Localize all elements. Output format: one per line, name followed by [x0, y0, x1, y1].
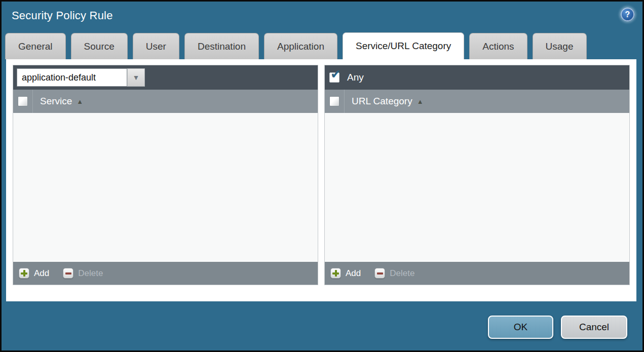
- any-label: Any: [347, 72, 364, 83]
- security-policy-rule-dialog: Security Policy Rule ? General Source Us…: [0, 0, 644, 352]
- plus-icon: [19, 268, 29, 279]
- plus-icon: [330, 268, 341, 279]
- url-category-delete-button[interactable]: Delete: [374, 268, 414, 279]
- service-dropdown-input[interactable]: [17, 68, 127, 87]
- cancel-button[interactable]: Cancel: [561, 316, 627, 339]
- tab-usage[interactable]: Usage: [533, 33, 587, 59]
- tab-user[interactable]: User: [133, 33, 179, 59]
- url-category-add-label: Add: [346, 268, 361, 279]
- url-category-column-header[interactable]: URL Category ▲: [352, 96, 424, 107]
- url-category-select-all-cell: [325, 90, 345, 113]
- any-checkbox[interactable]: ✔: [329, 72, 339, 83]
- service-footer: Add Delete: [13, 262, 318, 285]
- tab-service-url-category[interactable]: Service/URL Category: [343, 32, 464, 59]
- tab-source[interactable]: Source: [71, 33, 128, 59]
- service-column-header-label: Service: [40, 96, 72, 107]
- tab-application[interactable]: Application: [264, 33, 337, 59]
- url-category-select-all-checkbox[interactable]: [329, 96, 339, 106]
- dialog-title: Security Policy Rule: [12, 9, 113, 22]
- service-dropdown-button[interactable]: ▼: [127, 68, 145, 87]
- url-category-delete-label: Delete: [390, 268, 414, 279]
- tab-bar: General Source User Destination Applicat…: [5, 33, 587, 59]
- url-category-toolbar: ✔ Any: [325, 65, 629, 90]
- tab-general[interactable]: General: [5, 33, 66, 59]
- service-delete-button[interactable]: Delete: [63, 268, 103, 279]
- tab-destination[interactable]: Destination: [184, 33, 259, 59]
- service-select-all-cell: [13, 90, 33, 113]
- url-category-list: [325, 113, 629, 262]
- minus-icon: [374, 268, 385, 279]
- url-category-footer: Add Delete: [325, 262, 629, 285]
- service-list: [13, 113, 318, 262]
- minus-icon: [63, 268, 73, 279]
- url-category-column-header-row: URL Category ▲: [325, 90, 629, 113]
- tab-content: ▼ Service ▲ Add Dele: [6, 59, 636, 301]
- url-category-add-button[interactable]: Add: [330, 268, 361, 279]
- service-column-header-row: Service ▲: [13, 90, 318, 113]
- service-add-label: Add: [34, 268, 49, 279]
- help-icon[interactable]: ?: [621, 8, 634, 21]
- url-category-column-header-label: URL Category: [352, 96, 412, 107]
- service-add-button[interactable]: Add: [19, 268, 49, 279]
- service-column-header[interactable]: Service ▲: [40, 96, 83, 107]
- sort-asc-icon: ▲: [77, 98, 83, 105]
- dialog-titlebar: Security Policy Rule ?: [2, 2, 642, 33]
- chevron-down-icon: ▼: [133, 74, 140, 81]
- sort-asc-icon: ▲: [417, 98, 424, 105]
- tab-actions[interactable]: Actions: [469, 33, 527, 59]
- service-toolbar: ▼: [13, 65, 318, 90]
- service-panel: ▼ Service ▲ Add Dele: [13, 65, 318, 285]
- url-category-panel: ✔ Any URL Category ▲ Add: [324, 65, 630, 285]
- service-delete-label: Delete: [78, 268, 103, 279]
- service-select-all-checkbox[interactable]: [18, 96, 28, 106]
- check-icon: ✔: [330, 68, 341, 81]
- ok-button[interactable]: OK: [488, 316, 553, 339]
- help-icon-glyph: ?: [625, 10, 630, 19]
